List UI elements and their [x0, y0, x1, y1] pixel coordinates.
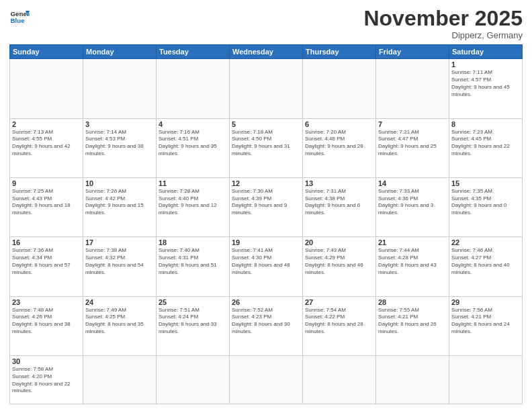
- day-number: 12: [232, 179, 300, 187]
- empty-cell: [157, 355, 230, 404]
- day-22: 22 Sunrise: 7:46 AMSunset: 4:27 PMDaylig…: [449, 237, 523, 296]
- header-saturday: Saturday: [449, 45, 523, 59]
- day-number: 13: [305, 179, 373, 187]
- day-number: 6: [305, 120, 373, 128]
- header-tuesday: Tuesday: [157, 45, 230, 59]
- location: Dipperz, Germany: [363, 30, 523, 40]
- empty-cell: [230, 59, 303, 118]
- day-number: 10: [85, 179, 154, 187]
- day-20: 20 Sunrise: 7:43 AMSunset: 4:29 PMDaylig…: [303, 237, 376, 296]
- day-info: Sunrise: 7:30 AMSunset: 4:39 PMDaylight:…: [232, 188, 300, 217]
- day-number: 22: [451, 238, 520, 246]
- day-8: 8 Sunrise: 7:23 AMSunset: 4:45 PMDayligh…: [449, 118, 523, 177]
- day-23: 23 Sunrise: 7:48 AMSunset: 4:26 PMDaylig…: [10, 296, 83, 355]
- title-block: November 2025 Dipperz, Germany: [363, 7, 523, 40]
- empty-cell: [376, 355, 449, 404]
- day-info: Sunrise: 7:16 AMSunset: 4:51 PMDaylight:…: [159, 129, 227, 158]
- day-19: 19 Sunrise: 7:41 AMSunset: 4:30 PMDaylig…: [230, 237, 303, 296]
- day-info: Sunrise: 7:14 AMSunset: 4:53 PMDaylight:…: [85, 129, 154, 158]
- svg-text:Blue: Blue: [11, 17, 26, 24]
- day-info: Sunrise: 7:52 AMSunset: 4:23 PMDaylight:…: [232, 307, 300, 336]
- day-number: 29: [451, 298, 520, 306]
- day-18: 18 Sunrise: 7:40 AMSunset: 4:31 PMDaylig…: [157, 237, 230, 296]
- day-17: 17 Sunrise: 7:38 AMSunset: 4:32 PMDaylig…: [83, 237, 157, 296]
- day-info: Sunrise: 7:41 AMSunset: 4:30 PMDaylight:…: [232, 247, 300, 276]
- day-info: Sunrise: 7:31 AMSunset: 4:38 PMDaylight:…: [305, 188, 373, 217]
- day-info: Sunrise: 7:23 AMSunset: 4:45 PMDaylight:…: [451, 129, 520, 158]
- day-30: 30 Sunrise: 7:58 AMSunset: 4:20 PMDaylig…: [10, 355, 83, 404]
- generalblue-icon: General Blue: [9, 7, 30, 27]
- day-29: 29 Sunrise: 7:56 AMSunset: 4:21 PMDaylig…: [449, 296, 523, 355]
- day-4: 4 Sunrise: 7:16 AMSunset: 4:51 PMDayligh…: [157, 118, 230, 177]
- day-14: 14 Sunrise: 7:33 AMSunset: 4:36 PMDaylig…: [376, 177, 449, 236]
- day-info: Sunrise: 7:58 AMSunset: 4:20 PMDaylight:…: [12, 366, 81, 395]
- empty-cell: [83, 59, 157, 118]
- day-number: 5: [232, 120, 300, 128]
- empty-cell: [157, 59, 230, 118]
- day-25: 25 Sunrise: 7:51 AMSunset: 4:24 PMDaylig…: [157, 296, 230, 355]
- header-sunday: Sunday: [10, 45, 83, 59]
- day-5: 5 Sunrise: 7:18 AMSunset: 4:50 PMDayligh…: [230, 118, 303, 177]
- day-info: Sunrise: 7:26 AMSunset: 4:42 PMDaylight:…: [85, 188, 154, 217]
- day-info: Sunrise: 7:35 AMSunset: 4:35 PMDaylight:…: [451, 188, 520, 217]
- table-row: 23 Sunrise: 7:48 AMSunset: 4:26 PMDaylig…: [10, 296, 523, 355]
- day-11: 11 Sunrise: 7:28 AMSunset: 4:40 PMDaylig…: [157, 177, 230, 236]
- day-number: 15: [451, 179, 520, 187]
- day-9: 9 Sunrise: 7:25 AMSunset: 4:43 PMDayligh…: [10, 177, 83, 236]
- day-21: 21 Sunrise: 7:44 AMSunset: 4:28 PMDaylig…: [376, 237, 449, 296]
- day-info: Sunrise: 7:54 AMSunset: 4:22 PMDaylight:…: [305, 307, 373, 336]
- day-number: 3: [85, 120, 154, 128]
- month-title: November 2025: [363, 7, 523, 30]
- day-number: 26: [232, 298, 300, 306]
- day-number: 25: [159, 298, 227, 306]
- day-info: Sunrise: 7:36 AMSunset: 4:34 PMDaylight:…: [12, 247, 81, 276]
- day-10: 10 Sunrise: 7:26 AMSunset: 4:42 PMDaylig…: [83, 177, 157, 236]
- empty-cell: [376, 59, 449, 118]
- day-13: 13 Sunrise: 7:31 AMSunset: 4:38 PMDaylig…: [303, 177, 376, 236]
- day-info: Sunrise: 7:28 AMSunset: 4:40 PMDaylight:…: [159, 188, 227, 217]
- weekday-header-row: Sunday Monday Tuesday Wednesday Thursday…: [10, 45, 523, 59]
- day-info: Sunrise: 7:51 AMSunset: 4:24 PMDaylight:…: [159, 307, 227, 336]
- day-3: 3 Sunrise: 7:14 AMSunset: 4:53 PMDayligh…: [83, 118, 157, 177]
- day-info: Sunrise: 7:44 AMSunset: 4:28 PMDaylight:…: [378, 247, 447, 276]
- header-monday: Monday: [83, 45, 157, 59]
- day-number: 4: [159, 120, 227, 128]
- table-row: 30 Sunrise: 7:58 AMSunset: 4:20 PMDaylig…: [10, 355, 523, 404]
- table-row: 2 Sunrise: 7:13 AMSunset: 4:55 PMDayligh…: [10, 118, 523, 177]
- empty-cell: [449, 355, 523, 404]
- day-info: Sunrise: 7:48 AMSunset: 4:26 PMDaylight:…: [12, 307, 81, 336]
- empty-cell: [230, 355, 303, 404]
- day-number: 21: [378, 238, 447, 246]
- day-number: 9: [12, 179, 81, 187]
- header-wednesday: Wednesday: [230, 45, 303, 59]
- day-info: Sunrise: 7:38 AMSunset: 4:32 PMDaylight:…: [85, 247, 154, 276]
- day-info: Sunrise: 7:40 AMSunset: 4:31 PMDaylight:…: [159, 247, 227, 276]
- day-info: Sunrise: 7:43 AMSunset: 4:29 PMDaylight:…: [305, 247, 373, 276]
- header-thursday: Thursday: [303, 45, 376, 59]
- day-28: 28 Sunrise: 7:55 AMSunset: 4:21 PMDaylig…: [376, 296, 449, 355]
- day-2: 2 Sunrise: 7:13 AMSunset: 4:55 PMDayligh…: [10, 118, 83, 177]
- day-number: 20: [305, 238, 373, 246]
- day-number: 1: [451, 60, 520, 68]
- day-info: Sunrise: 7:56 AMSunset: 4:21 PMDaylight:…: [451, 307, 520, 336]
- day-number: 7: [378, 120, 447, 128]
- day-number: 23: [12, 298, 81, 306]
- day-number: 14: [378, 179, 447, 187]
- day-info: Sunrise: 7:33 AMSunset: 4:36 PMDaylight:…: [378, 188, 447, 217]
- day-info: Sunrise: 7:49 AMSunset: 4:25 PMDaylight:…: [85, 307, 154, 336]
- day-7: 7 Sunrise: 7:21 AMSunset: 4:47 PMDayligh…: [376, 118, 449, 177]
- day-number: 8: [451, 120, 520, 128]
- day-1: 1 Sunrise: 7:11 AMSunset: 4:57 PMDayligh…: [449, 59, 523, 118]
- day-24: 24 Sunrise: 7:49 AMSunset: 4:25 PMDaylig…: [83, 296, 157, 355]
- header: General Blue November 2025 Dipperz, Germ…: [9, 7, 523, 40]
- day-info: Sunrise: 7:25 AMSunset: 4:43 PMDaylight:…: [12, 188, 81, 217]
- day-info: Sunrise: 7:11 AMSunset: 4:57 PMDaylight:…: [451, 69, 520, 98]
- day-26: 26 Sunrise: 7:52 AMSunset: 4:23 PMDaylig…: [230, 296, 303, 355]
- day-info: Sunrise: 7:20 AMSunset: 4:48 PMDaylight:…: [305, 129, 373, 158]
- day-info: Sunrise: 7:21 AMSunset: 4:47 PMDaylight:…: [378, 129, 447, 158]
- day-number: 19: [232, 238, 300, 246]
- page: General Blue November 2025 Dipperz, Germ…: [0, 0, 532, 411]
- day-6: 6 Sunrise: 7:20 AMSunset: 4:48 PMDayligh…: [303, 118, 376, 177]
- day-number: 24: [85, 298, 154, 306]
- calendar-table: Sunday Monday Tuesday Wednesday Thursday…: [9, 44, 523, 404]
